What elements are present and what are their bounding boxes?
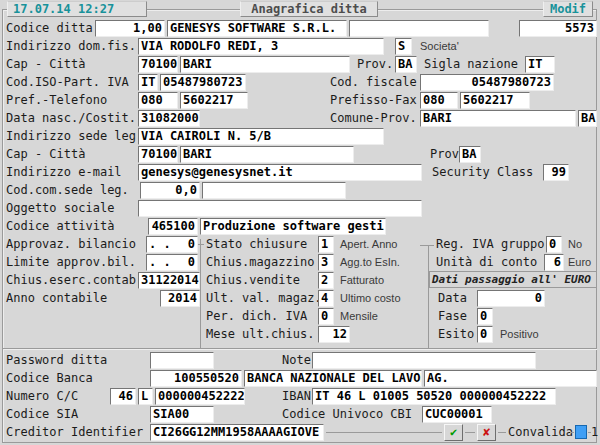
prov-dom-field[interactable]: BA [395,56,417,73]
cod-com-field[interactable]: 0,0 [140,182,200,199]
chius-magazzino-label: Chius.magazzino [206,254,314,271]
euro-fase-field[interactable]: 0 [477,308,493,325]
creditor-identifier-label: Creditor Identifier [6,424,143,441]
sigla-nazione-field[interactable]: IT [525,56,555,73]
mese-ult-chius-field[interactable]: 12 [318,326,350,343]
convalida-value: 1 [591,424,598,441]
euro-esito-field[interactable]: 0 [477,326,493,343]
limite-approv-label: Limite approv.bil. [6,254,136,271]
confirm-check-icon[interactable]: ✔ [444,424,463,441]
email-label: Indirizzo e-mail [6,164,122,181]
prefisso-fax-field[interactable]: 080 [420,92,458,109]
mese-ult-chius-label: Mese ult.chius. [206,326,314,343]
email-field[interactable]: genesys@genesysnet.it [138,164,422,181]
comune-field[interactable]: BARI [420,110,576,127]
ragione-sociale-field[interactable]: GENESYS SOFTWARE S.R.L. [167,20,347,37]
chius-magazzino-field[interactable]: 3 [318,254,334,271]
prov-sede-label: Prov [430,146,459,163]
partita-iva-field[interactable]: 05487980723 [160,74,246,91]
note-field[interactable] [312,352,536,369]
chius-eserc-field[interactable]: 31122014 [138,272,200,289]
data-nascita-label: Data nasc./Costit. [6,110,136,127]
cin-field[interactable]: L [138,388,153,405]
divider-vertical-1 [200,239,201,348]
prov-dom-label: Prov. [357,56,393,73]
cod-fiscale-field[interactable]: 05487980723 [420,74,554,91]
numero-telefono-field[interactable]: 5602217 [180,92,248,109]
fax-label: Prefisso-Fax [330,92,417,109]
citta-dom-field[interactable]: BARI [180,56,350,73]
password-ditta-field[interactable] [150,352,214,369]
tipo-societa-field[interactable]: S [395,38,412,55]
per-dich-iva-field[interactable]: 0 [318,308,334,325]
ult-val-magaz-desc: Ultimo costo [340,290,401,307]
stato-chiusure-desc: Apert. Anno [340,236,398,253]
comune-prov-label: Comune-Prov. [330,110,417,127]
connector-line [498,432,506,433]
stato-chiusure-field[interactable]: 1 [318,236,334,253]
codice-sia-field[interactable]: SIA00 [150,406,214,423]
anno-contabile-label: Anno contabile [6,290,107,307]
cap-sede-field[interactable]: 70100 [138,146,178,163]
data-nascita-field[interactable]: 31082000 [138,110,200,127]
chius-vendite-field[interactable]: 2 [318,272,334,289]
codice-ditta-numero-field[interactable]: 1,00 [95,20,165,37]
codice-interno-field[interactable]: 5573 [519,20,597,37]
per-dich-iva-label: Per. dich. IVA [206,308,307,325]
unita-conto-label: Unità di conto [436,254,537,271]
tipo-societa-desc: Societa' [420,38,459,55]
chius-eserc-label: Chius.eserc.contab [6,272,136,289]
indirizzo-sede-field[interactable]: VIA CAIROLI N. 5/B [138,128,384,145]
nome-banca-field[interactable]: BANCA NAZIONALE DEL LAVOR [244,370,422,387]
creditor-identifier-field[interactable]: CI26GG12MM1958AAAAGIOVE [150,424,324,441]
convalida-indicator[interactable] [575,425,587,439]
oggetto-sociale-field[interactable] [138,200,422,217]
codice-attivita-label: Codice attività [6,218,114,235]
attivita-desc-field[interactable]: Produzione software gesti [200,218,386,235]
limite-approv-field[interactable]: . .0 [146,254,198,271]
euro-data-field[interactable]: 0 [477,290,545,307]
date-value: 0 [188,237,195,252]
ragione-sociale-2-field[interactable] [349,20,489,37]
datetime-display: 17.07.14 12:27 [7,1,147,17]
cap-dom-field[interactable]: 70100 [138,56,178,73]
per-dich-iva-desc: Mensile [340,308,378,325]
codice-banca-label: Codice Banca [6,370,93,387]
codice-banca-field[interactable]: 100550520 [150,370,242,387]
chius-vendite-desc: Fatturato [340,272,384,289]
security-class-label: Security Class [432,164,533,181]
indirizzo-dom-label: Indirizzo dom.fis. [6,38,136,55]
anno-contabile-field[interactable]: 2014 [160,290,200,307]
euro-groupbox-title: Dati passaggio all' EURO [429,271,597,288]
prefisso-telefono-field[interactable]: 080 [138,92,178,109]
conto-field[interactable]: 000000452222 [155,388,245,405]
citta-sede-field[interactable]: BARI [180,146,354,163]
password-ditta-label: Password ditta [6,352,107,369]
codice-univoco-cbi-field[interactable]: CUC00001 [422,406,492,423]
approvaz-bilancio-label: Approvaz. bilancio [6,236,136,253]
cancel-x-icon[interactable]: ✘ [477,424,496,441]
agenzia-banca-field[interactable]: AG. [424,370,597,387]
cod-com-label: Cod.com.sede leg. [6,182,129,199]
cod-com-desc-field[interactable] [202,182,346,199]
ult-val-magaz-field[interactable]: 4 [318,290,334,307]
reg-iva-gruppo-desc: No [568,236,582,253]
divider-vertical-2 [428,245,429,348]
iban-field[interactable]: IT 46 L 01005 50520 000000452222 [312,388,556,405]
oggetto-sociale-label: Oggetto sociale [6,200,114,217]
comune-prov-field[interactable]: BA [578,110,597,127]
numero-fax-field[interactable]: 5602217 [460,92,530,109]
iban-label: IBAN [282,388,311,405]
reg-iva-gruppo-field[interactable]: 0 [546,236,562,253]
security-class-field[interactable]: 99 [543,164,569,181]
unita-conto-field[interactable]: 6 [544,254,564,271]
codice-attivita-field[interactable]: 465100 [148,218,198,235]
mode-badge: Modif [543,1,593,17]
iso-field[interactable]: IT [138,74,158,91]
prov-sede-field[interactable]: BA [459,146,481,163]
euro-esito-desc: Positivo [500,326,539,343]
approvaz-bilancio-field[interactable]: . .0 [146,236,198,253]
abi-check-field[interactable]: 46 [110,388,136,405]
indirizzo-sede-label: Indirizzo sede leg. [6,128,143,145]
indirizzo-dom-field[interactable]: VIA RODOLFO REDI, 3 [138,38,384,55]
